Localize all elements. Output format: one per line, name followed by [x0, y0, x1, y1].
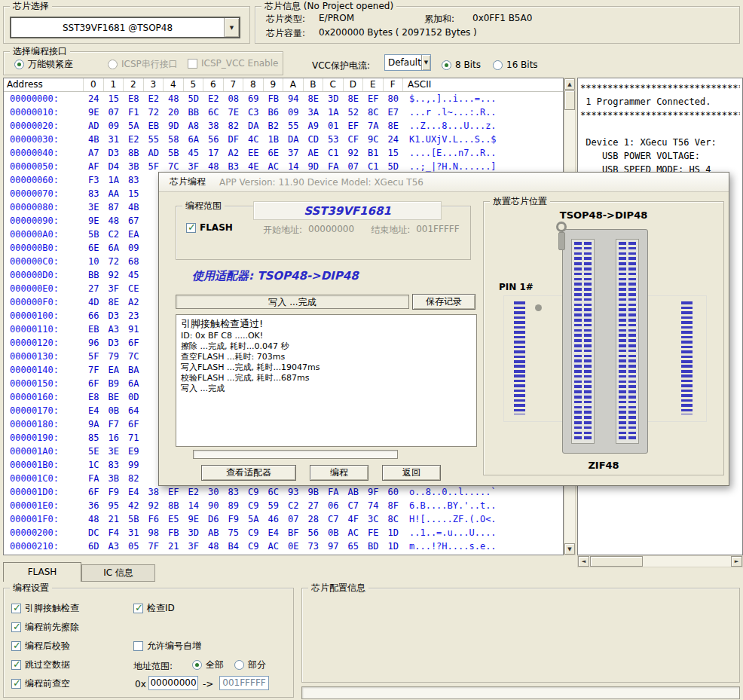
hex-byte-cell[interactable]: CE	[124, 282, 144, 295]
hex-byte-cell[interactable]: 1B	[264, 133, 284, 146]
hex-byte-cell[interactable]: BD	[363, 540, 384, 553]
hex-byte-cell[interactable]: 0B	[323, 526, 344, 540]
hex-byte-cell[interactable]: E2	[203, 92, 224, 105]
hex-byte-cell[interactable]: 71	[124, 431, 144, 445]
hex-byte-cell[interactable]: 08	[224, 92, 244, 105]
hex-byte-cell[interactable]: 6A	[184, 133, 204, 146]
hex-byte-cell[interactable]: C9	[243, 526, 264, 540]
checkbox-erase-before-program[interactable]: 编程前先擦除	[11, 621, 79, 634]
hex-byte-cell[interactable]: E8	[124, 92, 144, 105]
hex-byte-cell[interactable]: 3F	[104, 282, 124, 295]
hex-byte-cell[interactable]: 55	[283, 119, 304, 133]
hex-byte-cell[interactable]: 6E	[264, 146, 284, 160]
hex-byte-cell[interactable]: EA	[124, 228, 144, 241]
hex-byte-cell[interactable]: 4F	[344, 512, 364, 526]
hex-byte-cell[interactable]: 6F	[124, 417, 144, 431]
hex-byte-cell[interactable]: E4	[264, 526, 284, 540]
hex-byte-cell[interactable]: A2	[224, 146, 244, 160]
hex-byte-cell[interactable]: 83	[124, 173, 144, 187]
hex-byte-cell[interactable]: 6C	[203, 105, 224, 119]
hex-byte-cell[interactable]: 48	[203, 540, 224, 553]
hex-byte-cell[interactable]: 5B	[124, 512, 144, 526]
hex-byte-cell[interactable]: A2	[124, 295, 144, 309]
hex-byte-cell[interactable]: 8F	[384, 499, 404, 512]
hex-byte-cell[interactable]: EE	[243, 146, 264, 160]
hex-byte-cell[interactable]: 65	[344, 540, 364, 553]
hex-byte-cell[interactable]: E2	[124, 133, 144, 146]
hex-byte-cell[interactable]: 45	[124, 268, 144, 282]
hex-byte-cell[interactable]: CD	[304, 133, 324, 146]
hex-byte-cell[interactable]: B6	[264, 105, 284, 119]
address-to-field[interactable]: 001FFFFF	[219, 676, 269, 690]
hex-byte-cell[interactable]: 36	[84, 499, 104, 512]
hex-byte-cell[interactable]: A8	[184, 119, 204, 133]
hex-byte-cell[interactable]: FE	[363, 526, 384, 540]
radio-icsp-serial[interactable]: ICSP串行接口	[108, 58, 178, 71]
hex-byte-cell[interactable]: AD	[84, 119, 104, 133]
hex-byte-cell[interactable]: 9E	[84, 214, 104, 228]
hex-byte-cell[interactable]: 24	[384, 133, 404, 146]
hex-byte-cell[interactable]: 4C	[243, 133, 264, 146]
hex-byte-cell[interactable]: 94	[283, 92, 304, 105]
hex-byte-cell[interactable]: 48	[84, 512, 104, 526]
hex-byte-cell[interactable]: 16	[104, 431, 124, 445]
hex-byte-cell[interactable]: CF	[344, 133, 364, 146]
hex-byte-cell[interactable]: F9	[104, 485, 124, 499]
hex-byte-cell[interactable]: 27	[304, 499, 324, 512]
hex-byte-cell[interactable]: 72	[144, 105, 164, 119]
hex-byte-cell[interactable]: 46	[264, 512, 284, 526]
hex-byte-cell[interactable]: 21	[104, 512, 124, 526]
hex-byte-cell[interactable]: B2	[264, 119, 284, 133]
hex-byte-cell[interactable]: 89	[224, 499, 244, 512]
hex-byte-cell[interactable]: 92	[104, 268, 124, 282]
hex-byte-cell[interactable]: 0B	[104, 404, 124, 417]
hex-byte-cell[interactable]: 67	[124, 214, 144, 228]
hex-byte-cell[interactable]: 6F	[84, 485, 104, 499]
dialog-operation-log[interactable]: 引脚接触检查通过!ID: 0x BF C8 .....OK!擦除 ...完成, …	[176, 314, 477, 447]
hex-byte-cell[interactable]: 8E	[384, 119, 404, 133]
hex-byte-cell[interactable]: 7F	[84, 363, 104, 377]
hex-byte-cell[interactable]: 59	[264, 499, 284, 512]
hex-byte-cell[interactable]: 5D	[184, 92, 204, 105]
hex-byte-cell[interactable]: 6D	[84, 540, 104, 553]
hex-byte-cell[interactable]: D6	[203, 512, 224, 526]
hex-byte-cell[interactable]: 64	[124, 404, 144, 417]
hex-byte-cell[interactable]: BE	[104, 390, 124, 404]
hex-byte-cell[interactable]: E7	[384, 105, 404, 119]
hex-byte-cell[interactable]: EF	[363, 92, 384, 105]
hex-byte-cell[interactable]: F9	[224, 512, 244, 526]
hex-byte-cell[interactable]: C9	[243, 499, 264, 512]
hex-byte-cell[interactable]: AC	[344, 526, 364, 540]
hex-byte-cell[interactable]: FA	[84, 472, 104, 485]
tab-ic-info[interactable]: IC 信息	[81, 564, 155, 582]
hex-byte-cell[interactable]: 83	[224, 485, 244, 499]
hex-byte-cell[interactable]: A3	[104, 322, 124, 336]
hex-byte-cell[interactable]: 92	[144, 499, 164, 512]
hex-byte-cell[interactable]: F3	[84, 173, 104, 187]
hex-byte-cell[interactable]: 21	[164, 540, 184, 553]
hex-byte-cell[interactable]: 5F	[84, 350, 104, 363]
hex-byte-cell[interactable]: FA	[323, 485, 344, 499]
hex-byte-cell[interactable]: D3	[104, 309, 124, 322]
hex-byte-cell[interactable]: D3	[104, 336, 124, 350]
hex-byte-cell[interactable]: F1	[124, 105, 144, 119]
hex-byte-cell[interactable]: D4	[104, 160, 124, 173]
hex-byte-cell[interactable]: A3	[104, 540, 124, 553]
hex-byte-cell[interactable]: 45	[184, 146, 204, 160]
hex-byte-cell[interactable]: 42	[124, 499, 144, 512]
hex-byte-cell[interactable]: E2	[144, 92, 164, 105]
hex-byte-cell[interactable]: 15	[384, 146, 404, 160]
hex-byte-cell[interactable]: 8E	[344, 92, 364, 105]
hex-byte-cell[interactable]: 9B	[304, 485, 324, 499]
checkbox-flash-region[interactable]: FLASH	[186, 222, 233, 233]
hex-byte-cell[interactable]: 83	[104, 458, 124, 472]
hex-byte-cell[interactable]: B1	[363, 146, 384, 160]
hex-byte-cell[interactable]: 6E	[84, 241, 104, 255]
hex-byte-cell[interactable]: 48	[104, 214, 124, 228]
hex-byte-cell[interactable]: D3	[104, 146, 124, 160]
hex-byte-cell[interactable]: DC	[84, 526, 104, 540]
vcc-current-combo[interactable]: Default ▼	[384, 54, 431, 71]
hex-byte-cell[interactable]: AF	[84, 160, 104, 173]
hex-byte-cell[interactable]: 5A	[124, 119, 144, 133]
checkbox-pin-contact-check[interactable]: 引脚接触检查	[11, 602, 79, 615]
